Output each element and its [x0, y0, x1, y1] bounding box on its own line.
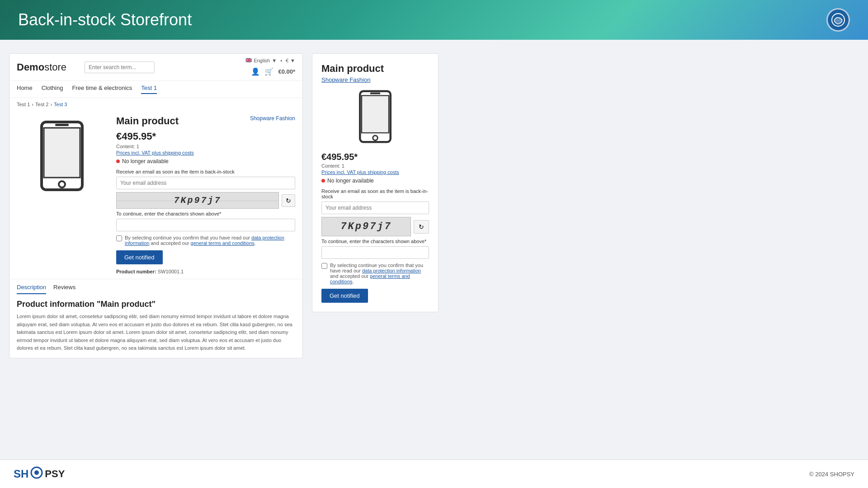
store-header: Demostore 🔍 👤 🛒 €0.00* 🇬🇧 English ▼ • [9, 54, 302, 81]
currency-chevron: ▼ [290, 58, 295, 63]
user-icon[interactable]: 👤 [251, 67, 260, 76]
product-title-row: Main product Shopware Fashion [116, 115, 295, 127]
currency-separator: • [280, 58, 282, 63]
product-status: No longer available [116, 158, 295, 164]
main-content: Demostore 🔍 👤 🛒 €0.00* 🇬🇧 English ▼ • [0, 40, 868, 460]
rp-captcha-row: 7Kp97j7 ↻ [321, 217, 429, 236]
email-input[interactable] [116, 177, 295, 189]
footer-copyright: © 2024 SHOPSY [809, 471, 854, 478]
agree-checkbox[interactable] [116, 235, 122, 241]
rp-product-image-container [321, 89, 429, 145]
rp-agree-checkbox[interactable] [321, 263, 327, 269]
footer: SH PSY © 2024 SHOPSY [0, 460, 868, 488]
captcha-refresh-button[interactable]: ↻ [282, 194, 295, 207]
tab-description[interactable]: Description [17, 284, 46, 294]
nav-home[interactable]: Home [17, 84, 33, 94]
captcha-enter-label: To continue, enter the characters shown … [116, 211, 295, 216]
product-info-col: Main product Shopware Fashion €495.95* C… [116, 115, 295, 274]
breadcrumb-test3: Test 3 [54, 102, 67, 107]
store-nav: Home Clothing Free time & electronics Te… [9, 81, 302, 98]
svg-rect-2 [44, 128, 80, 178]
rp-status: No longer available [321, 178, 429, 184]
svg-point-3 [59, 181, 65, 188]
header-logo [826, 8, 850, 32]
tab-reviews[interactable]: Reviews [53, 284, 75, 294]
rp-data-protection-link[interactable]: data protection information [362, 268, 421, 273]
svg-rect-4 [55, 124, 69, 126]
svg-rect-6 [362, 96, 389, 133]
rp-shipping-link[interactable]: Prices incl. VAT plus shipping costs [321, 169, 429, 175]
get-notified-button[interactable]: Get notified [116, 250, 163, 264]
footer-logo-o [30, 466, 43, 482]
product-tabs: Description Reviews [9, 279, 302, 294]
search-input[interactable] [85, 62, 155, 73]
nav-free-time[interactable]: Free time & electronics [72, 84, 132, 94]
store-action-icons: 👤 🛒 €0.00* [251, 67, 295, 76]
cart-icon[interactable]: 🛒 [264, 67, 274, 76]
footer-logo-text: SH [14, 468, 28, 480]
notify-label: Receive an email as soon as the item is … [116, 169, 295, 174]
product-number-label: Product number: [116, 269, 156, 274]
flag-icon: 🇬🇧 [245, 57, 252, 63]
rp-status-dot [321, 179, 325, 183]
breadcrumb: Test 1 › Test 2 › Test 3 [9, 98, 302, 111]
terms-link[interactable]: general terms and conditions [191, 240, 255, 246]
product-title: Main product [116, 115, 179, 127]
footer-logo: SH PSY [14, 466, 65, 482]
rp-captcha-input[interactable] [321, 246, 429, 259]
shopsy-logo-icon [30, 466, 43, 479]
checkbox-row: By selecting continue you confirm that y… [116, 235, 295, 246]
product-image-col [17, 115, 107, 274]
rp-and-accepted: and accepted our [330, 273, 370, 279]
rp-captcha-label: To continue, enter the characters shown … [321, 239, 429, 244]
checkbox-text: By selecting continue you confirm that y… [125, 235, 251, 240]
rp-brand-link[interactable]: Shopware Fashion [321, 76, 429, 83]
store-search[interactable]: 🔍 [85, 61, 155, 73]
shipping-link[interactable]: Prices incl. VAT plus shipping costs [116, 150, 295, 155]
breadcrumb-test2[interactable]: Test 2 [35, 102, 48, 107]
product-image [35, 120, 89, 192]
product-number-value: SW10001.1 [158, 269, 184, 274]
captcha-row: 7Kp97j7 ↻ [116, 192, 295, 209]
rp-get-notified-button[interactable]: Get notified [321, 289, 368, 303]
captcha-input[interactable] [116, 219, 295, 231]
desc-title: Product information "Main product" [17, 300, 295, 309]
language-label: English [254, 58, 270, 63]
and-accepted-text: and accepted our [151, 240, 190, 246]
rp-status-text: No longer available [327, 178, 374, 184]
nav-clothing[interactable]: Clothing [42, 84, 63, 94]
footer-logo-psy: PSY [45, 468, 65, 480]
breadcrumb-test1[interactable]: Test 1 [17, 102, 30, 107]
nav-test1[interactable]: Test 1 [141, 84, 157, 94]
rp-captcha-refresh-button[interactable]: ↻ [414, 220, 429, 234]
currency-icon: € [286, 58, 288, 63]
product-price: €495.95* [116, 131, 295, 142]
language-selector[interactable]: 🇬🇧 English ▼ • € Euro ▼ [245, 57, 295, 63]
lang-chevron: ▼ [272, 58, 277, 63]
desc-text: Lorem ipsum dolor sit amet, consetetur s… [17, 313, 295, 352]
rp-notify-label: Receive an email as soon as the item is … [321, 188, 429, 199]
status-text: No longer available [122, 158, 169, 164]
header: Back-in-stock Storefront [0, 0, 868, 40]
captcha-image: 7Kp97j7 [116, 192, 279, 209]
svg-rect-8 [370, 93, 381, 94]
cart-price: €0.00* [278, 68, 295, 75]
storefront-panel: Demostore 🔍 👤 🛒 €0.00* 🇬🇧 English ▼ • [9, 53, 303, 358]
right-panel: Main product Shopware Fashion €495.95* C… [312, 53, 439, 312]
status-dot [116, 160, 120, 163]
product-content: Content: 1 [116, 144, 295, 149]
page-title: Back-in-stock Storefront [18, 10, 192, 29]
svg-point-10 [34, 470, 39, 475]
store-logo: Demostore [17, 61, 66, 73]
rp-email-input[interactable] [321, 202, 429, 214]
product-description: Product information "Main product" Lorem… [9, 294, 302, 358]
brand-link[interactable]: Shopware Fashion [250, 115, 295, 122]
rp-product-image [355, 89, 396, 144]
rp-product-title: Main product [321, 63, 429, 75]
rp-content: Content: 1 [321, 163, 429, 169]
product-area: Main product Shopware Fashion €495.95* C… [9, 111, 302, 279]
product-number: Product number: SW10001.1 [116, 269, 295, 274]
rp-price: €495.95* [321, 152, 429, 162]
svg-point-7 [373, 136, 378, 141]
rp-checkbox-row: By selecting continue you confirm that y… [321, 263, 429, 284]
